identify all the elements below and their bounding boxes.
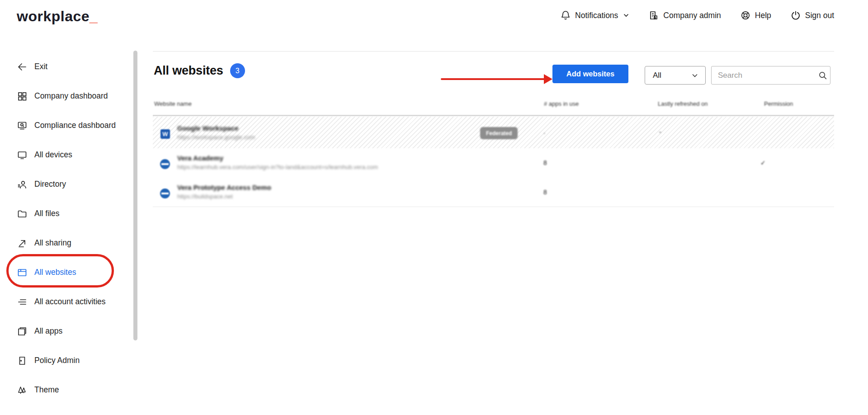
back-arrow-icon	[17, 61, 28, 72]
sidebar-item-label: All websites	[34, 268, 76, 277]
monitor-search-icon	[17, 120, 28, 131]
sidebar-item-company-dashboard[interactable]: Company dashboard	[0, 81, 136, 111]
header-nav: Notifications Company admin Help Sign ou…	[560, 0, 834, 31]
sidebar-item-label: Directory	[34, 179, 66, 189]
sidebar-item-all-devices[interactable]: All devices	[0, 140, 136, 170]
count-badge: 3	[230, 63, 245, 78]
page-title-row: All websites 3	[154, 63, 245, 78]
search-input[interactable]	[712, 71, 818, 80]
content-top-divider	[153, 51, 834, 52]
search-icon[interactable]	[818, 71, 828, 80]
cell-apps-in-use: 8	[543, 189, 547, 196]
sidebar-item-all-apps[interactable]: All apps	[0, 316, 136, 346]
table-bottom-divider	[153, 207, 834, 207]
site-name: Google Workspace	[177, 124, 239, 132]
red-arrow-head	[544, 74, 552, 84]
page-title: All websites	[154, 64, 223, 78]
notifications-label: Notifications	[575, 11, 618, 20]
filter-dropdown-value: All	[653, 71, 661, 80]
activity-lines-icon	[17, 297, 28, 307]
share-arrow-icon	[17, 238, 28, 249]
apps-stack-icon	[17, 326, 28, 337]
cell-lastly-refreshed: -	[659, 128, 661, 136]
workplace-logo: workplace_	[17, 8, 98, 25]
sidebar-item-label: All account activities	[34, 297, 106, 307]
chevron-down-icon	[691, 72, 698, 79]
sidebar-item-label: All files	[34, 209, 59, 218]
sidebar-item-label: Policy Admin	[34, 356, 80, 365]
add-websites-button[interactable]: Add websites	[552, 65, 628, 83]
theme-trees-icon	[17, 385, 28, 396]
sidebar-scrollbar[interactable]	[133, 51, 137, 340]
browser-window-icon	[17, 267, 28, 278]
red-arrow-annotation	[441, 78, 545, 80]
site-url: https://learnhub.vera.com/user/sign-in?t…	[177, 164, 378, 170]
site-logo-icon	[160, 159, 170, 169]
company-admin-label: Company admin	[663, 11, 721, 20]
sidebar-item-label: All apps	[34, 326, 62, 336]
search-box	[711, 66, 830, 85]
help-lifebuoy-icon	[740, 10, 751, 21]
monitor-icon	[17, 150, 28, 160]
chevron-down-icon	[623, 12, 629, 19]
sign-out-button[interactable]: Sign out	[790, 10, 834, 21]
cell-apps-in-use: 8	[543, 159, 547, 166]
company-admin-button[interactable]: Company admin	[648, 10, 721, 21]
sidebar-item-label: Theme	[34, 385, 59, 395]
table-header-divider	[153, 115, 834, 116]
cell-apps-in-use: ·	[543, 129, 546, 137]
site-url: https://workspace.google.com	[177, 134, 255, 141]
site-url: https://buildspace.net	[177, 193, 233, 200]
folder-icon	[17, 208, 28, 219]
sidebar-item-all-websites[interactable]: All websites	[0, 258, 136, 287]
sidebar: Exit Company dashboard Compliance dashbo…	[0, 52, 136, 405]
sidebar-item-compliance-dashboard[interactable]: Compliance dashboard	[0, 111, 136, 140]
site-logo-icon: W	[160, 129, 170, 139]
person-list-icon	[17, 179, 28, 190]
sidebar-item-all-sharing[interactable]: All sharing	[0, 228, 136, 258]
sidebar-item-directory[interactable]: Directory	[0, 170, 136, 199]
sign-out-label: Sign out	[805, 11, 834, 20]
sidebar-item-label: Compliance dashboard	[34, 121, 116, 130]
sidebar-item-label: Company dashboard	[34, 91, 108, 101]
help-label: Help	[755, 11, 771, 20]
table-row[interactable]: W Google Workspace https://workspace.goo…	[153, 117, 834, 148]
sidebar-item-all-files[interactable]: All files	[0, 199, 136, 228]
sidebar-item-policy-admin[interactable]: Policy Admin	[0, 346, 136, 375]
sidebar-item-theme[interactable]: Theme	[0, 375, 136, 405]
column-header-website-name: Website name	[154, 100, 192, 107]
column-header-permission: Permission	[764, 100, 793, 107]
table-row[interactable]: Vera Academy https://learnhub.vera.com/u…	[153, 148, 834, 178]
cell-permission: ✓	[760, 159, 766, 166]
logo-underscore: _	[90, 8, 98, 24]
sidebar-item-label: Exit	[34, 62, 47, 71]
power-icon	[790, 10, 801, 21]
table-row[interactable]: Vera Prototype Access Demo https://build…	[153, 178, 834, 207]
policy-door-icon	[17, 355, 28, 366]
dashboard-grid-icon	[17, 91, 28, 102]
notifications-menu[interactable]: Notifications	[560, 10, 629, 21]
column-header-lastly-refreshed: Lastly refreshed on	[658, 100, 708, 107]
site-logo-icon	[160, 189, 170, 198]
sidebar-item-label: All sharing	[34, 238, 71, 248]
site-name: Vera Prototype Access Demo	[177, 184, 271, 191]
bell-icon	[560, 10, 571, 21]
sidebar-item-all-account-activities[interactable]: All account activities	[0, 287, 136, 316]
column-header-apps-in-use: # apps in use	[544, 100, 579, 107]
site-name: Vera Academy	[177, 154, 223, 162]
company-building-icon	[648, 10, 659, 21]
status-badge: Federated	[480, 127, 518, 139]
sidebar-item-label: All devices	[34, 150, 72, 160]
sidebar-item-exit[interactable]: Exit	[0, 52, 136, 81]
filter-dropdown[interactable]: All	[645, 66, 706, 85]
help-button[interactable]: Help	[740, 10, 771, 21]
